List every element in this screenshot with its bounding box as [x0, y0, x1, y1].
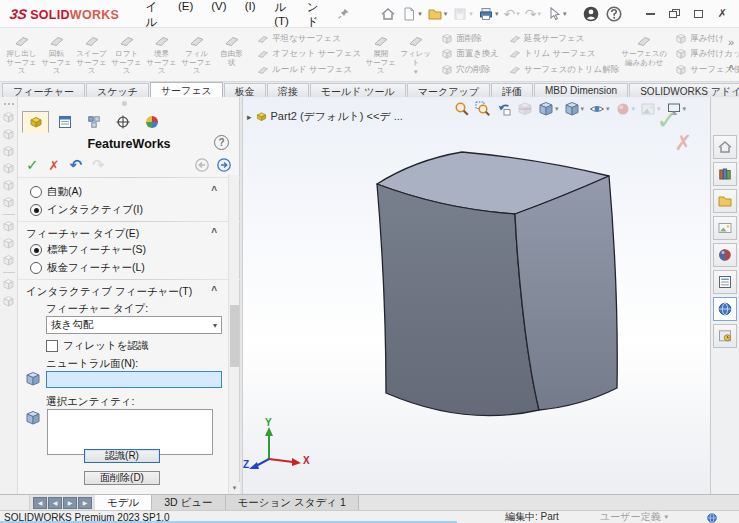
delete-hole-button[interactable]: 穴の削除	[441, 63, 499, 78]
design-library-button[interactable]	[713, 162, 737, 186]
delete-face-button[interactable]: 面削除	[441, 31, 499, 46]
maximize-button[interactable]	[687, 5, 709, 23]
new-document-button[interactable]: ▾	[399, 4, 424, 24]
view-palette-button[interactable]	[713, 216, 737, 240]
open-button[interactable]: ▾	[425, 4, 450, 24]
3d-views-tab[interactable]: 3D ビュー	[152, 495, 225, 510]
select-dropdown-icon[interactable]: ▾	[563, 10, 567, 18]
interactive-mode-radio[interactable]: インタラクティブ(I)	[30, 203, 143, 217]
knit-surface-button[interactable]: サーフェスの 編みあわせ	[621, 30, 667, 79]
motion-study-tab[interactable]: モーション スタディ 1	[226, 495, 359, 510]
tab-dimxpert-manager[interactable]	[109, 111, 136, 133]
interactive-feature-header[interactable]: インタラクティブ フィーチャー(T)	[26, 285, 192, 299]
previous-step-button[interactable]	[194, 157, 210, 173]
solidworks-forum-button[interactable]	[713, 297, 737, 321]
tab-property-manager[interactable]	[51, 111, 78, 133]
replace-face-button[interactable]: 面置き換え	[441, 47, 499, 62]
mode-group-collapse-icon[interactable]: ^	[211, 185, 217, 196]
feature-type-collapse-icon[interactable]: ^	[211, 227, 217, 238]
tab-markup[interactable]: マークアップ	[407, 83, 490, 97]
next-step-button[interactable]	[216, 157, 232, 173]
ruled-surface-button[interactable]: ルールド サーフェス	[257, 63, 361, 78]
undo-dropdown-icon[interactable]: ▾	[516, 10, 520, 18]
extend-surface-button[interactable]: 延長サーフェス	[509, 31, 619, 46]
file-explorer-button[interactable]	[713, 189, 737, 213]
home-button[interactable]	[378, 4, 398, 24]
ok-button[interactable]: ✓	[26, 156, 39, 174]
boundary-surface-button[interactable]: 境界 サーフェス	[144, 30, 179, 79]
undo-button[interactable]: ↶▾	[501, 4, 521, 24]
close-button[interactable]: ✗	[711, 5, 733, 23]
help-icon[interactable]: ?	[214, 135, 229, 150]
tab-solidworks-addins[interactable]: SOLIDWORKS アドイン	[629, 83, 739, 97]
recognize-fillet-checkbox[interactable]: フィレットを認識	[46, 339, 148, 353]
recognize-button[interactable]: 認識(R)	[84, 449, 160, 463]
solidworks-cam-button[interactable]	[713, 324, 737, 348]
graphics-viewport[interactable]: ▸ Part2 (デフォルト) <<デ ... ▾ ▾ ▾ ▾ ▾ ▾ ✓ ✗	[243, 97, 710, 494]
flatten-surface-button[interactable]: 展開 サーフェス	[363, 30, 398, 79]
standard-feature-radio[interactable]: 標準フィーチャー(S)	[30, 243, 146, 257]
thickened-cut-button[interactable]: 厚み付けカット	[675, 47, 739, 62]
help-button[interactable]	[603, 3, 625, 25]
panel-scrollbar[interactable]: ▾	[228, 175, 239, 494]
tab-sheet-metal[interactable]: 板金	[224, 83, 266, 97]
tab-sketch[interactable]: スケッチ	[86, 83, 149, 97]
strip-grip[interactable]	[4, 103, 14, 105]
restore-button[interactable]	[663, 5, 685, 23]
auto-mode-radio[interactable]: 自動(A)	[30, 185, 82, 199]
surface-tool-icon[interactable]	[2, 278, 15, 291]
fillet-dropdown-icon[interactable]: ▾	[414, 68, 418, 76]
surface-tool-icon[interactable]	[2, 162, 15, 175]
tab-display-manager[interactable]	[138, 111, 165, 133]
sheet-metal-feature-radio[interactable]: 板金フィーチャー(L)	[30, 261, 145, 275]
feature-type-header[interactable]: フィーチャー タイプ(E)	[26, 227, 139, 241]
cancel-button[interactable]: ✗	[49, 158, 60, 173]
model-tab[interactable]: モデル	[95, 495, 152, 510]
tab-features[interactable]: フィーチャー	[2, 83, 85, 97]
swept-surface-button[interactable]: スイープ サーフェス	[74, 30, 109, 79]
part-model[interactable]	[243, 97, 710, 494]
last-tab-button[interactable]: ▶	[78, 497, 92, 509]
print-dropdown-icon[interactable]: ▾	[495, 10, 499, 18]
redo-recognition-button[interactable]: ↷	[92, 156, 105, 174]
lofted-surface-button[interactable]: ロフト サーフェス	[109, 30, 144, 79]
panel-grip[interactable]	[122, 101, 127, 106]
tab-evaluate[interactable]: 評価	[491, 83, 533, 97]
offset-surface-button[interactable]: オフセット サーフェス	[257, 47, 361, 62]
filled-surface-button[interactable]: フィル サーフェス	[179, 30, 214, 79]
user-account-button[interactable]	[580, 3, 602, 25]
custom-properties-button[interactable]	[713, 270, 737, 294]
surface-tool-icon[interactable]	[2, 128, 15, 141]
undo-recognition-button[interactable]: ↶	[69, 156, 82, 174]
previous-tab-button[interactable]: ◀	[48, 497, 62, 509]
fillet-button[interactable]: フィレット▾	[398, 30, 433, 79]
minimize-button[interactable]	[639, 5, 661, 23]
redo-button[interactable]: ↷▾	[523, 4, 543, 24]
select-button[interactable]: ▾	[544, 4, 569, 24]
next-tab-button[interactable]: ▶	[63, 497, 77, 509]
ribbon-collapse-icon[interactable]: ^	[728, 64, 734, 75]
delete-face-action-button[interactable]: 面削除(D)	[84, 471, 160, 485]
tab-mbd-dimension[interactable]: MBD Dimension	[534, 83, 628, 97]
surface-tool-icon[interactable]	[2, 295, 15, 308]
configuration-selector[interactable]: ユーザー定義 ▾	[600, 510, 668, 523]
scrollbar-down-icon[interactable]: ▾	[229, 482, 240, 494]
feature-type-dropdown[interactable]: 抜き勾配 ▾	[46, 316, 222, 334]
untrim-surface-button[interactable]: サーフェスのトリム解除	[509, 63, 619, 78]
revolved-surface-button[interactable]: 回転 サーフェス	[39, 30, 74, 79]
surface-tool-icon[interactable]	[2, 196, 15, 209]
save-dropdown-icon[interactable]: ▾	[469, 10, 473, 18]
pin-menu-icon[interactable]	[337, 7, 350, 20]
save-button[interactable]: ▾	[450, 4, 475, 24]
units-globe-icon[interactable]	[706, 512, 718, 523]
freeform-button[interactable]: 自由形 状	[214, 30, 249, 79]
ribbon-overflow-chevron[interactable]: »	[728, 36, 734, 48]
surface-tool-icon[interactable]	[2, 220, 15, 233]
trim-surface-button[interactable]: トリム サーフェス	[509, 47, 619, 62]
open-dropdown-icon[interactable]: ▾	[444, 10, 448, 18]
surface-tool-icon[interactable]	[2, 237, 15, 250]
first-tab-button[interactable]: ◀	[33, 497, 47, 509]
tab-featureworks[interactable]	[22, 111, 49, 133]
surface-tool-icon[interactable]	[2, 179, 15, 192]
scrollbar-thumb[interactable]	[230, 305, 239, 367]
